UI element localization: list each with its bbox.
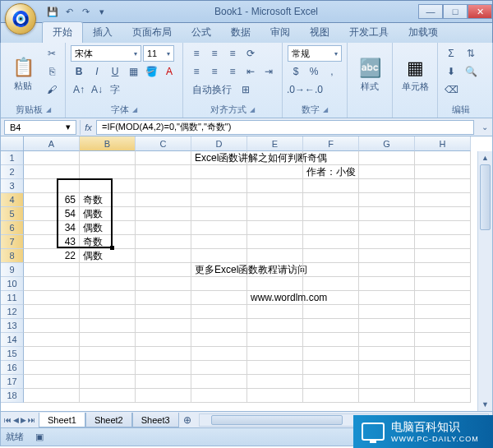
column-headers[interactable]: A B C D E F G H	[24, 136, 477, 151]
maximize-button[interactable]: □	[443, 4, 468, 19]
cell-G4[interactable]	[359, 193, 415, 207]
cell-B3[interactable]	[80, 179, 136, 193]
italic-button[interactable]: I	[89, 63, 105, 80]
cell-H4[interactable]	[415, 193, 471, 207]
row-header-7[interactable]: 7	[1, 235, 24, 249]
cell-A2[interactable]	[24, 165, 80, 179]
autosum-button[interactable]: Σ	[443, 45, 459, 62]
new-sheet-button[interactable]: ⊕	[179, 412, 196, 428]
cell-F14[interactable]	[303, 333, 359, 347]
cell-F9[interactable]	[303, 263, 359, 277]
qat-redo-icon[interactable]: ↷	[78, 4, 93, 19]
cell-D14[interactable]	[191, 333, 247, 347]
cell-B1[interactable]	[80, 151, 136, 165]
cell-C4[interactable]	[136, 193, 191, 207]
cell-C7[interactable]	[136, 235, 191, 249]
cell-B12[interactable]	[80, 305, 136, 319]
cell-F16[interactable]	[303, 361, 359, 375]
cell-F3[interactable]	[303, 179, 359, 193]
row-header-4[interactable]: 4	[1, 193, 24, 207]
cell-A9[interactable]	[24, 263, 80, 277]
cell-G1[interactable]	[359, 151, 415, 165]
minimize-button[interactable]: —	[418, 4, 443, 19]
cell-D1[interactable]: Excel函数讲解之如何判断奇偶	[191, 151, 247, 165]
cell-D8[interactable]	[191, 249, 247, 263]
cell-C10[interactable]	[136, 277, 191, 291]
scroll-up-icon[interactable]: ▲	[478, 151, 492, 164]
row-header-12[interactable]: 12	[1, 305, 24, 319]
cell-A15[interactable]	[24, 347, 80, 361]
row-header-15[interactable]: 15	[1, 347, 24, 361]
cell-F13[interactable]	[303, 319, 359, 333]
cell-B18[interactable]	[80, 389, 136, 403]
col-header-A[interactable]: A	[24, 136, 80, 151]
worksheet-grid[interactable]: A B C D E F G H 123456789101112131415161…	[0, 136, 493, 412]
cell-H7[interactable]	[415, 235, 471, 249]
cell-D16[interactable]	[191, 361, 247, 375]
cell-B14[interactable]	[80, 333, 136, 347]
increase-decimal-button[interactable]: .0→	[288, 81, 304, 98]
hscroll-thumb[interactable]	[211, 415, 343, 425]
row-header-17[interactable]: 17	[1, 375, 24, 389]
cell-E6[interactable]	[247, 221, 303, 235]
cell-E18[interactable]	[247, 389, 303, 403]
cell-H11[interactable]	[415, 291, 471, 305]
cell-D6[interactable]	[191, 221, 247, 235]
cell-F5[interactable]	[303, 207, 359, 221]
cell-E13[interactable]	[247, 319, 303, 333]
cell-C14[interactable]	[136, 333, 191, 347]
merge-cells-button[interactable]: ⊞	[237, 81, 254, 98]
cell-D13[interactable]	[191, 319, 247, 333]
align-bottom-button[interactable]: ≡	[224, 45, 241, 62]
cell-D9[interactable]: 更多Excel函数教程请访问	[191, 263, 247, 277]
col-header-B[interactable]: B	[80, 136, 136, 151]
row-header-11[interactable]: 11	[1, 291, 24, 305]
cell-A14[interactable]	[24, 333, 80, 347]
cell-A7[interactable]: 43	[24, 235, 80, 249]
cell-F6[interactable]	[303, 221, 359, 235]
cell-A4[interactable]: 65	[24, 193, 80, 207]
fill-color-button[interactable]: 🪣	[143, 63, 159, 80]
number-format-combo[interactable]: 常规▾	[288, 45, 342, 62]
cell-D5[interactable]	[191, 207, 247, 221]
row-header-16[interactable]: 16	[1, 361, 24, 375]
cell-E15[interactable]	[247, 347, 303, 361]
decrease-decimal-button[interactable]: ←.0	[306, 81, 322, 98]
cell-F17[interactable]	[303, 375, 359, 389]
cells-area[interactable]: Excel函数讲解之如何判断奇偶作者：小俊65奇数54偶数34偶数43奇数22偶…	[24, 151, 477, 411]
sheet-tab-2[interactable]: Sheet2	[85, 413, 132, 427]
cell-D12[interactable]	[191, 305, 247, 319]
cell-styles-button[interactable]: 🔤 样式	[352, 45, 387, 105]
row-header-13[interactable]: 13	[1, 319, 24, 333]
bold-button[interactable]: B	[71, 63, 87, 80]
font-dialog-launcher[interactable]: ◢	[132, 106, 137, 113]
cell-G18[interactable]	[359, 389, 415, 403]
align-top-button[interactable]: ≡	[188, 45, 205, 62]
cell-F15[interactable]	[303, 347, 359, 361]
cell-C11[interactable]	[136, 291, 191, 305]
cell-H12[interactable]	[415, 305, 471, 319]
cell-A17[interactable]	[24, 375, 80, 389]
tab-data[interactable]: 数据	[221, 22, 260, 43]
name-box[interactable]: B4▾	[4, 120, 76, 135]
cell-G8[interactable]	[359, 249, 415, 263]
cell-D11[interactable]	[191, 291, 247, 305]
cell-C15[interactable]	[136, 347, 191, 361]
namebox-dropdown-icon[interactable]: ▾	[66, 122, 71, 132]
paste-button[interactable]: 📋 粘贴	[6, 45, 40, 103]
cell-A1[interactable]	[24, 151, 80, 165]
qat-save-icon[interactable]: 💾	[45, 4, 60, 19]
row-header-14[interactable]: 14	[1, 333, 24, 347]
cell-G9[interactable]	[359, 263, 415, 277]
increase-font-button[interactable]: A↑	[71, 81, 87, 98]
cell-H5[interactable]	[415, 207, 471, 221]
tab-insert[interactable]: 插入	[83, 22, 122, 43]
cell-G11[interactable]	[359, 291, 415, 305]
row-header-18[interactable]: 18	[1, 389, 24, 403]
cell-B10[interactable]	[80, 277, 136, 291]
align-center-button[interactable]: ≡	[206, 63, 223, 80]
cell-F10[interactable]	[303, 277, 359, 291]
underline-button[interactable]: U	[107, 63, 123, 80]
row-header-5[interactable]: 5	[1, 207, 24, 221]
cell-B13[interactable]	[80, 319, 136, 333]
